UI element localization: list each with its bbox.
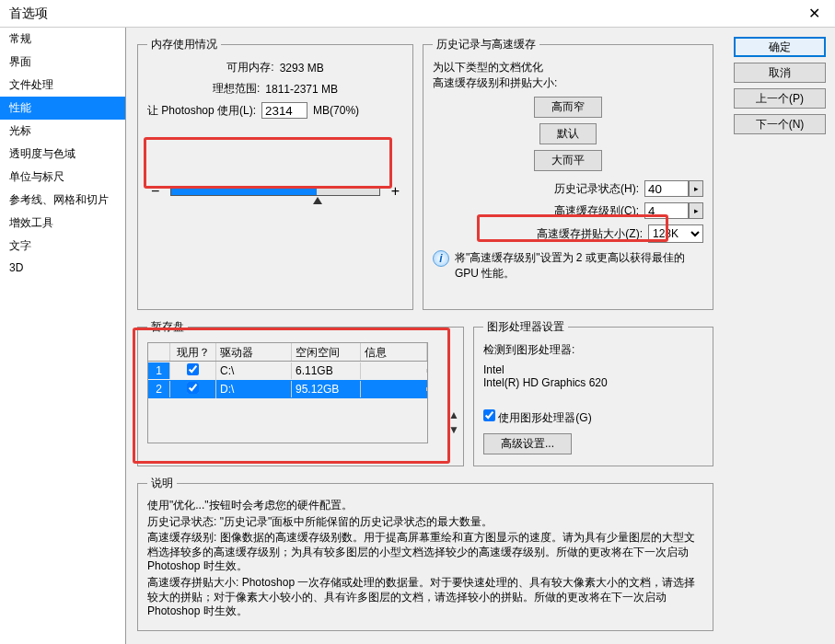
use-label: 让 Photoshop 使用(L): (147, 103, 256, 119)
gpu-advanced-button[interactable]: 高级设置... (483, 433, 572, 454)
ok-button[interactable]: 确定 (734, 37, 826, 57)
move-down-icon[interactable]: ▼ (448, 423, 459, 436)
avail-label: 可用内存: (226, 60, 273, 75)
prev-button[interactable]: 上一个(P) (734, 88, 826, 109)
memory-group: 内存使用情况 可用内存: 3293 MB 理想范围: 1811-2371 MB … (137, 37, 413, 310)
opt-flat-button[interactable]: 大而平 (534, 150, 602, 171)
history-tip: 将"高速缓存级别"设置为 2 或更高以获得最佳的 GPU 性能。 (455, 250, 703, 282)
use-suffix: MB(70%) (313, 104, 359, 117)
levels-input[interactable] (644, 202, 689, 219)
tile-label: 高速缓存拼贴大小(Z): (537, 226, 643, 242)
ideal-value: 1811-2371 MB (265, 83, 338, 96)
tile-select[interactable]: 128K (648, 224, 703, 243)
opt-default-button[interactable]: 默认 (539, 123, 597, 144)
scratch-legend: 暂存盘 (147, 319, 188, 335)
close-icon[interactable]: ✕ (803, 5, 826, 22)
avail-value: 3293 MB (280, 62, 324, 75)
category-sidebar: 常规 界面 文件处理 性能 光标 透明度与色域 单位与标尺 参考线、网格和切片 … (0, 28, 126, 644)
description-group: 说明 使用"优化..."按钮时会考虑您的硬件配置。 历史记录状态: "历史记录"… (137, 476, 713, 631)
row1-active-checkbox[interactable] (187, 382, 199, 394)
table-row[interactable]: 1 C:\ 6.11GB (148, 362, 427, 380)
states-spin-icon[interactable]: ▸ (689, 180, 703, 197)
desc-p2: 历史记录状态: "历史记录"面板中所能保留的历史记录状态的最大数量。 (147, 515, 703, 530)
cancel-button[interactable]: 取消 (734, 63, 826, 83)
sidebar-item-units[interactable]: 单位与标尺 (0, 166, 125, 189)
memory-use-input[interactable] (261, 102, 307, 119)
desc-p1: 使用"优化..."按钮时会考虑您的硬件配置。 (147, 499, 703, 513)
table-row[interactable]: 2 D:\ 95.12GB (148, 380, 427, 398)
slider-minus-icon[interactable]: − (147, 183, 163, 200)
sidebar-item-performance[interactable]: 性能 (0, 97, 125, 120)
sidebar-item-plugins[interactable]: 增效工具 (0, 212, 125, 235)
gpu-legend: 图形处理器设置 (483, 319, 568, 335)
dialog-title: 首选项 (9, 6, 48, 22)
use-gpu-checkbox[interactable] (483, 409, 495, 421)
history-intro: 为以下类型的文档优化 高速缓存级别和拼贴大小: (433, 60, 703, 91)
row0-active-checkbox[interactable] (187, 363, 199, 375)
sidebar-item-cursors[interactable]: 光标 (0, 120, 125, 143)
slider-plus-icon[interactable]: + (388, 183, 403, 200)
levels-spin-icon[interactable]: ▸ (689, 202, 703, 219)
th-drive: 驱动器 (216, 343, 292, 361)
desc-legend: 说明 (147, 476, 177, 491)
th-free: 空闲空间 (292, 343, 361, 361)
move-up-icon[interactable]: ▲ (448, 408, 459, 421)
info-icon: i (433, 250, 449, 267)
scratch-table: 现用？ 驱动器 空闲空间 信息 1 C:\ 6.11GB 2 (147, 342, 428, 443)
scratch-group: 暂存盘 现用？ 驱动器 空闲空间 信息 1 C:\ 6.11GB (137, 319, 464, 466)
gpu-model: Intel(R) HD Graphics 620 (483, 376, 703, 389)
desc-p3: 高速缓存级别: 图像数据的高速缓存级别数。用于提高屏幕重绘和直方图显示的速度。请… (147, 531, 703, 574)
next-button[interactable]: 下一个(N) (734, 114, 826, 134)
gpu-vendor: Intel (483, 363, 703, 376)
gpu-detect-label: 检测到图形处理器: (483, 342, 703, 358)
th-num (148, 343, 170, 361)
th-active: 现用？ (170, 343, 216, 361)
sidebar-item-type[interactable]: 文字 (0, 235, 125, 258)
sidebar-item-3d[interactable]: 3D (0, 258, 125, 278)
sidebar-item-guides[interactable]: 参考线、网格和切片 (0, 189, 125, 212)
th-info: 信息 (361, 343, 427, 361)
states-input[interactable] (644, 180, 689, 197)
memory-slider[interactable] (170, 187, 379, 196)
memory-legend: 内存使用情况 (147, 37, 221, 52)
opt-tall-button[interactable]: 高而窄 (534, 97, 602, 118)
gpu-group: 图形处理器设置 检测到图形处理器: Intel Intel(R) HD Grap… (473, 319, 713, 466)
history-legend: 历史记录与高速缓存 (433, 37, 539, 52)
sidebar-item-transparency[interactable]: 透明度与色域 (0, 143, 125, 166)
sidebar-item-filehandling[interactable]: 文件处理 (0, 74, 125, 97)
sidebar-item-general[interactable]: 常规 (0, 28, 125, 51)
desc-p4: 高速缓存拼贴大小: Photoshop 一次存储或处理的数据量。对于要快速处理的… (147, 576, 703, 619)
sidebar-item-interface[interactable]: 界面 (0, 51, 125, 74)
levels-label: 高速缓存级别(C): (554, 203, 639, 219)
ideal-label: 理想范围: (213, 81, 260, 97)
states-label: 历史记录状态(H): (554, 181, 639, 197)
history-group: 历史记录与高速缓存 为以下类型的文档优化 高速缓存级别和拼贴大小: 高而窄 默认… (423, 37, 713, 310)
use-gpu-label[interactable]: 使用图形处理器(G) (483, 411, 592, 424)
